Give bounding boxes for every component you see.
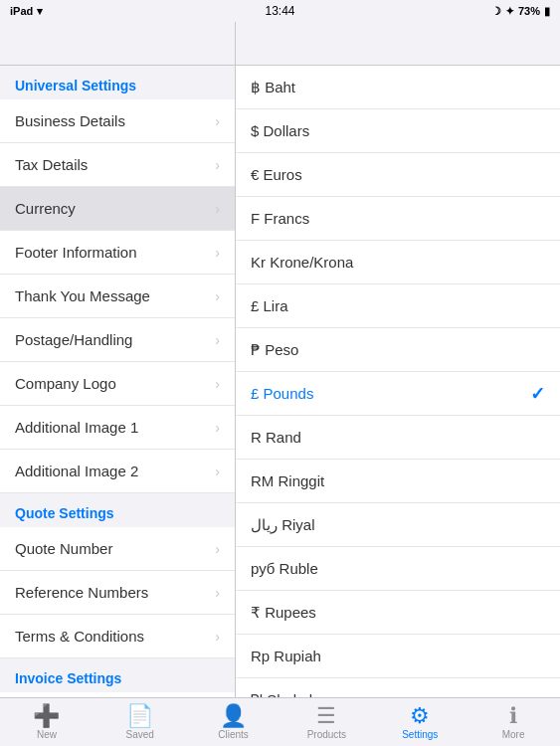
menu-item-tax-details[interactable]: Tax Details› (0, 143, 235, 187)
chevron-right-icon: › (215, 464, 220, 479)
currency-label-rupees: ₹ Rupees (251, 604, 316, 622)
status-left: iPad ▾ (10, 5, 43, 18)
menu-item-footer-information[interactable]: Footer Information› (0, 231, 235, 275)
new-icon: ➕ (33, 705, 60, 727)
menu-item-label-thank-you-message: Thank You Message (15, 287, 150, 304)
tab-bar: ➕New📄Saved👤Clients☰Products⚙SettingsℹMor… (0, 697, 560, 746)
currency-label-krone: Kr Krone/Krona (251, 254, 353, 271)
currency-item-ruble[interactable]: руб Ruble (236, 547, 560, 591)
tab-label-clients: Clients (218, 729, 249, 740)
currency-item-rupiah[interactable]: Rp Rupiah (236, 635, 560, 678)
settings-icon: ⚙ (410, 705, 430, 727)
currency-item-ringgit[interactable]: RM Ringgit (236, 460, 560, 503)
status-bar: iPad ▾ 13:44 ☽ ✦ 73% ▮ (0, 0, 560, 22)
wifi-icon: ▾ (37, 5, 43, 18)
status-time: 13:44 (265, 4, 294, 18)
tab-saved[interactable]: 📄Saved (93, 698, 187, 746)
currency-label-ruble: руб Ruble (251, 560, 318, 577)
column-headers (0, 22, 560, 66)
chevron-right-icon: › (215, 245, 220, 261)
tab-label-products: Products (307, 729, 346, 740)
left-column-header (0, 22, 236, 65)
menu-item-company-logo[interactable]: Company Logo› (0, 362, 235, 406)
chevron-right-icon: › (215, 332, 220, 348)
bluetooth-icon: ✦ (505, 5, 514, 18)
menu-item-label-tax-details: Tax Details (15, 156, 88, 173)
more-icon: ℹ (509, 705, 517, 727)
chevron-right-icon: › (215, 113, 220, 129)
tab-label-more: More (502, 729, 525, 740)
currency-item-lira[interactable]: £ Lira (236, 284, 560, 328)
currency-label-rand: R Rand (251, 429, 301, 446)
menu-item-currency[interactable]: Currency› (0, 187, 235, 231)
menu-item-reference-numbers-quote[interactable]: Reference Numbers› (0, 571, 235, 615)
menu-item-label-additional-image-1: Additional Image 1 (15, 419, 138, 436)
settings-list: Universal SettingsBusiness Details›Tax D… (0, 66, 236, 697)
chevron-right-icon: › (215, 629, 220, 645)
currency-label-peso: ₱ Peso (251, 341, 298, 359)
battery-icon: ▮ (544, 5, 550, 18)
menu-item-business-details[interactable]: Business Details› (0, 99, 235, 143)
tab-new[interactable]: ➕New (0, 698, 93, 746)
chevron-right-icon: › (215, 585, 220, 601)
currency-item-francs[interactable]: F Francs (236, 197, 560, 241)
menu-item-quote-number[interactable]: Quote Number› (0, 527, 235, 571)
menu-item-label-footer-information: Footer Information (15, 244, 137, 261)
section-header-universal: Universal Settings (0, 66, 235, 99)
menu-item-label-terms-conditions: Terms & Conditions (15, 628, 144, 645)
moon-icon: ☽ (491, 5, 501, 18)
tab-more[interactable]: ℹMore (467, 698, 560, 746)
tab-label-settings: Settings (402, 729, 438, 740)
device-name: iPad (10, 5, 33, 17)
tab-clients[interactable]: 👤Clients (187, 698, 280, 746)
menu-item-label-additional-image-2: Additional Image 2 (15, 463, 138, 479)
menu-item-postage-handling[interactable]: Postage/Handling› (0, 318, 235, 362)
currency-item-dollars[interactable]: $ Dollars (236, 109, 560, 153)
main-content: Universal SettingsBusiness Details›Tax D… (0, 66, 560, 697)
section-header-quote: Quote Settings (0, 493, 235, 527)
chevron-right-icon: › (215, 288, 220, 304)
currency-label-lira: £ Lira (251, 297, 288, 314)
currency-item-baht[interactable]: ฿ Baht (236, 66, 560, 109)
menu-item-label-company-logo: Company Logo (15, 375, 116, 392)
menu-item-thank-you-message[interactable]: Thank You Message› (0, 275, 235, 318)
clients-icon: 👤 (220, 705, 247, 727)
currency-item-peso[interactable]: ₱ Peso (236, 328, 560, 372)
currency-item-rand[interactable]: R Rand (236, 416, 560, 460)
currency-item-pounds[interactable]: £ Pounds✓ (236, 372, 560, 416)
chevron-right-icon: › (215, 376, 220, 392)
tab-label-saved: Saved (126, 729, 154, 740)
currency-item-euros[interactable]: € Euros (236, 153, 560, 197)
currency-label-dollars: $ Dollars (251, 122, 309, 139)
chevron-right-icon: › (215, 420, 220, 436)
menu-item-additional-image-2[interactable]: Additional Image 2› (0, 450, 235, 493)
battery-text: 73% (518, 5, 540, 17)
currency-item-riyal[interactable]: ریال Riyal (236, 503, 560, 547)
tab-settings[interactable]: ⚙Settings (373, 698, 467, 746)
currency-item-rupees[interactable]: ₹ Rupees (236, 591, 560, 635)
currency-label-ringgit: RM Ringgit (251, 472, 324, 489)
currency-item-shekel[interactable]: ₪ Shekel (236, 678, 560, 697)
menu-item-label-currency: Currency (15, 200, 76, 217)
currency-label-pounds: £ Pounds (251, 385, 313, 402)
menu-item-label-postage-handling: Postage/Handling (15, 331, 132, 348)
currency-label-riyal: ریال Riyal (251, 516, 315, 534)
products-icon: ☰ (316, 705, 336, 727)
currency-list: ฿ Baht$ Dollars€ EurosF FrancsKr Krone/K… (236, 66, 560, 697)
checkmark-icon: ✓ (530, 383, 545, 405)
tab-label-new: New (37, 729, 57, 740)
saved-icon: 📄 (126, 705, 153, 727)
currency-item-krone[interactable]: Kr Krone/Krona (236, 241, 560, 284)
chevron-right-icon: › (215, 201, 220, 217)
currency-label-francs: F Francs (251, 210, 309, 227)
menu-item-terms-conditions[interactable]: Terms & Conditions› (0, 615, 235, 658)
chevron-right-icon: › (215, 541, 220, 557)
menu-item-additional-image-1[interactable]: Additional Image 1› (0, 406, 235, 450)
status-right: ☽ ✦ 73% ▮ (491, 5, 550, 18)
currency-label-baht: ฿ Baht (251, 79, 295, 96)
section-header-invoice: Invoice Settings (0, 658, 235, 692)
currency-label-rupiah: Rp Rupiah (251, 648, 321, 664)
tab-products[interactable]: ☰Products (280, 698, 373, 746)
menu-item-label-business-details: Business Details (15, 112, 125, 129)
menu-item-label-reference-numbers-quote: Reference Numbers (15, 584, 148, 601)
